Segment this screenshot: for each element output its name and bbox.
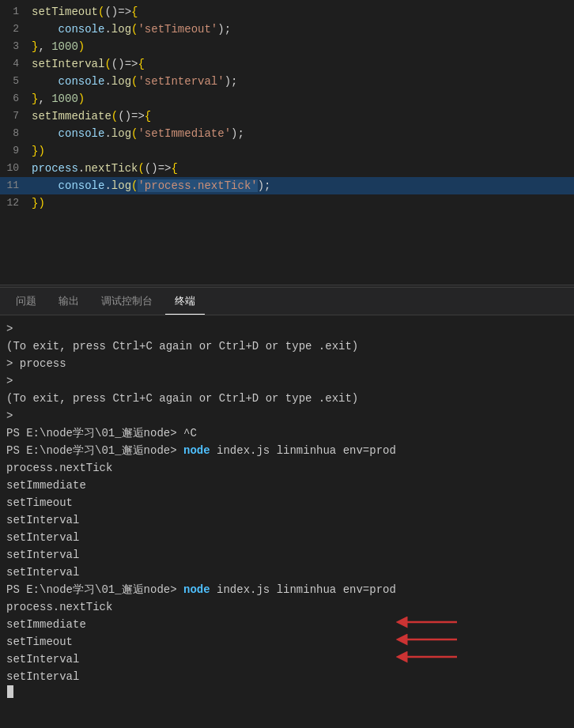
code-line-7: 7 setImmediate(()=>{ [0,108,574,125]
code-line-3: 3 }, 1000) [0,38,574,55]
terminal-args-3: index.js linminhua env=prod [210,581,396,598]
code-line-4: 4 setInterval(()=>{ [0,55,574,73]
line-number-9: 9 [0,142,32,160]
terminal-line-14: setInterval [6,546,568,564]
line-content-3: }, 1000) [32,38,574,55]
terminal-line-3: > process [6,355,568,372]
terminal-line-4: > [6,372,568,390]
line-number-8: 8 [0,125,32,142]
tab-output[interactable]: 输出 [49,288,89,315]
line-content-10: process.nextTick(()=>{ [32,160,574,177]
terminal-line-11: setTimeout [6,494,568,511]
terminal-cmd-1: ^C [183,424,197,442]
line-content-4: setInterval(()=>{ [32,55,574,73]
code-lines: 1 setTimeout(()=>{ 2 console.log('setTim… [0,0,574,215]
terminal-line-13: setInterval [6,529,568,546]
terminal-line-7: PS E:\node学习\01_邂逅node> ^C [6,424,568,442]
terminal-content[interactable]: > (To exit, press Ctrl+C again or Ctrl+D… [0,315,574,728]
tab-problems[interactable]: 问题 [6,288,46,315]
terminal-line-17: process.nextTick [6,598,568,616]
terminal-text-6: > [6,407,13,424]
line-content-6: }, 1000) [32,90,574,108]
terminal-output-3: setTimeout [6,494,73,511]
terminal-output-6: setInterval [6,546,79,564]
terminal-line-5: (To exit, press Ctrl+C again or Ctrl+D o… [6,390,568,407]
terminal-tabs: 问题 输出 调试控制台 终端 [0,288,574,315]
terminal-arrows-area: process.nextTick setImmediate setTimeout… [6,598,568,685]
terminal-output-8: process.nextTick [6,598,112,616]
terminal-line-21: setInterval [6,668,568,685]
code-line-12: 12 }) [0,194,574,212]
terminal-cursor [7,685,13,698]
terminal-line-1: > [6,320,568,338]
terminal-output-12: setInterval [6,668,79,685]
line-number-12: 12 [0,194,32,212]
tab-terminal-label: 终端 [175,294,195,308]
code-line-5: 5 console.log('setInterval'); [0,73,574,90]
terminal-text-4: > [6,372,13,390]
code-editor: 1 setTimeout(()=>{ 2 console.log('setTim… [0,0,574,285]
terminal-line-16: PS E:\node学习\01_邂逅node> node index.js li… [6,581,568,598]
tab-problems-label: 问题 [16,294,36,308]
terminal-cmd-2: node [183,442,210,459]
line-content-1: setTimeout(()=>{ [32,3,574,21]
line-content-8: console.log('setImmediate'); [32,125,574,142]
terminal-panel: 问题 输出 调试控制台 终端 > (To exit, press Ctrl+C … [0,288,574,728]
terminal-output-10: setTimeout [6,633,73,651]
line-content-2: console.log('setTimeout'); [32,21,574,38]
code-line-9: 9 }) [0,142,574,160]
tab-output-label: 输出 [59,294,79,308]
terminal-output-9: setImmediate [6,616,86,633]
code-line-1: 1 setTimeout(()=>{ [0,3,574,21]
terminal-line-19: setTimeout [6,633,568,651]
line-content-12: }) [32,194,574,212]
code-line-6: 6 }, 1000) [0,90,574,108]
line-number-3: 3 [0,38,32,55]
line-number-7: 7 [0,108,32,125]
terminal-line-10: setImmediate [6,477,568,494]
code-line-11: 11 console.log('process.nextTick'); [0,177,574,194]
app-container: 1 setTimeout(()=>{ 2 console.log('setTim… [0,0,574,728]
line-number-6: 6 [0,90,32,108]
line-number-11: 11 [0,177,32,194]
line-number-1: 1 [0,3,32,21]
tab-debug-label: 调试控制台 [101,294,153,308]
terminal-args-2: index.js linminhua env=prod [210,442,396,459]
terminal-line-8: PS E:\node学习\01_邂逅node> node index.js li… [6,442,568,459]
line-content-5: console.log('setInterval'); [32,73,574,90]
terminal-output-2: setImmediate [6,477,86,494]
terminal-path-2: PS E:\node学习\01_邂逅node> [6,442,183,459]
terminal-output-5: setInterval [6,529,79,546]
line-content-11: console.log('process.nextTick'); [32,177,574,194]
terminal-line-18: setImmediate [6,616,568,633]
line-number-10: 10 [0,160,32,177]
line-content-9: }) [32,142,574,160]
line-number-2: 2 [0,21,32,38]
terminal-line-12: setInterval [6,511,568,529]
line-content-7: setImmediate(()=>{ [32,108,574,125]
code-line-2: 2 console.log('setTimeout'); [0,21,574,38]
code-line-8: 8 console.log('setImmediate'); [0,125,574,142]
terminal-line-9: process.nextTick [6,459,568,477]
terminal-text-2: (To exit, press Ctrl+C again or Ctrl+D o… [6,338,358,355]
terminal-output-4: setInterval [6,511,79,529]
terminal-text-1: > [6,320,13,338]
terminal-text-5: (To exit, press Ctrl+C again or Ctrl+D o… [6,390,358,407]
code-line-10: 10 process.nextTick(()=>{ [0,160,574,177]
terminal-line-6: > [6,407,568,424]
terminal-cursor-line [6,685,568,703]
terminal-text-3: > process [6,355,66,372]
terminal-output-11: setInterval [6,651,79,668]
terminal-output-7: setInterval [6,564,79,581]
line-number-5: 5 [0,73,32,90]
terminal-cmd-3: node [183,581,210,598]
terminal-path-3: PS E:\node学习\01_邂逅node> [6,581,183,598]
terminal-path-1: PS E:\node学习\01_邂逅node> [6,424,183,442]
terminal-line-15: setInterval [6,564,568,581]
terminal-line-20: setInterval [6,651,568,668]
tab-debug-console[interactable]: 调试控制台 [92,288,162,315]
line-number-4: 4 [0,55,32,73]
terminal-line-2: (To exit, press Ctrl+C again or Ctrl+D o… [6,338,568,355]
terminal-output-1: process.nextTick [6,459,112,477]
tab-terminal[interactable]: 终端 [165,288,205,315]
